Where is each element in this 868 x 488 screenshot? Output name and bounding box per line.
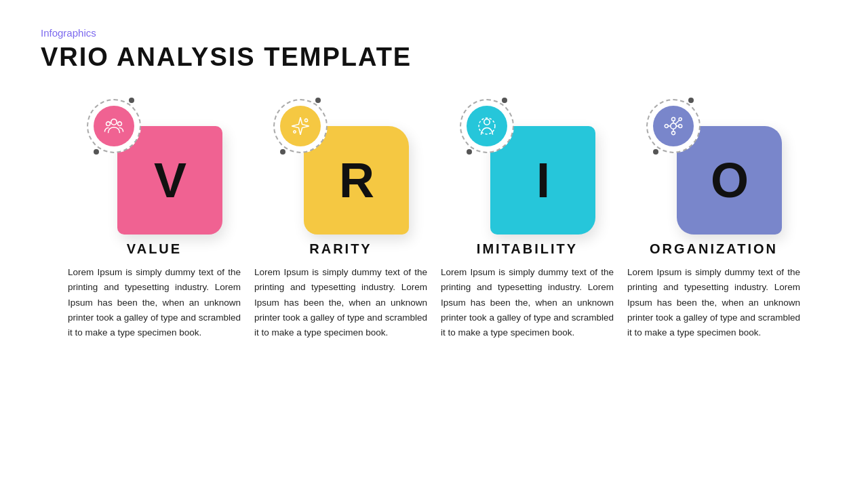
icon-area-organization: O [639, 92, 789, 235]
icon-badge-organization [646, 99, 701, 153]
card-imitability: I IMITABILITY Lorem Ipsum is simply dumm… [441, 92, 614, 340]
svg-point-8 [671, 117, 675, 121]
icon-inner-organization [653, 106, 694, 146]
value-icon [102, 115, 125, 138]
svg-point-1 [106, 122, 110, 126]
rarity-icon [289, 115, 312, 138]
icon-area-value: V [80, 92, 229, 235]
card-value: V VALUE [68, 92, 241, 340]
page: Infographics VRIO ANALYSIS TEMPLATE V [0, 0, 868, 488]
card-rarity: R RARITY Lorem Ipsum is simply dummy tex… [254, 92, 427, 340]
card-title-organization: ORGANIZATION [650, 241, 778, 257]
card-desc-imitability: Lorem Ipsum is simply dummy text of the … [441, 265, 614, 340]
card-desc-value: Lorem Ipsum is simply dummy text of the … [68, 265, 241, 340]
page-title: VRIO ANALYSIS TEMPLATE [41, 43, 827, 72]
icon-inner-rarity [280, 106, 321, 146]
svg-point-4 [293, 131, 295, 133]
icon-inner-value [94, 106, 134, 146]
cards-container: V VALUE [41, 92, 827, 340]
icon-area-imitability: I [453, 92, 602, 235]
svg-point-16 [679, 118, 682, 121]
svg-line-17 [675, 121, 679, 125]
icon-inner-imitability [467, 106, 507, 146]
card-title-value: VALUE [127, 241, 182, 257]
card-desc-organization: Lorem Ipsum is simply dummy text of the … [627, 265, 800, 340]
letter-o: O [711, 152, 747, 208]
imitability-icon [475, 115, 498, 138]
icon-badge-imitability [460, 99, 514, 153]
svg-point-2 [117, 122, 121, 126]
card-title-imitability: IMITABILITY [477, 241, 578, 257]
letter-v: V [154, 152, 185, 208]
organization-icon [662, 115, 685, 138]
svg-point-5 [484, 119, 490, 125]
svg-point-0 [111, 119, 117, 125]
icon-badge-rarity [273, 99, 328, 153]
svg-point-3 [304, 119, 307, 121]
svg-point-11 [678, 124, 682, 127]
card-title-rarity: RARITY [309, 241, 372, 257]
svg-point-9 [671, 131, 675, 135]
infographics-label: Infographics [41, 27, 827, 39]
svg-point-10 [665, 124, 668, 127]
letter-i: I [536, 152, 549, 208]
icon-badge-value [87, 99, 141, 153]
icon-area-rarity: R [267, 92, 416, 235]
letter-r: R [339, 152, 373, 208]
card-desc-rarity: Lorem Ipsum is simply dummy text of the … [254, 265, 427, 340]
card-organization: O [627, 92, 800, 340]
